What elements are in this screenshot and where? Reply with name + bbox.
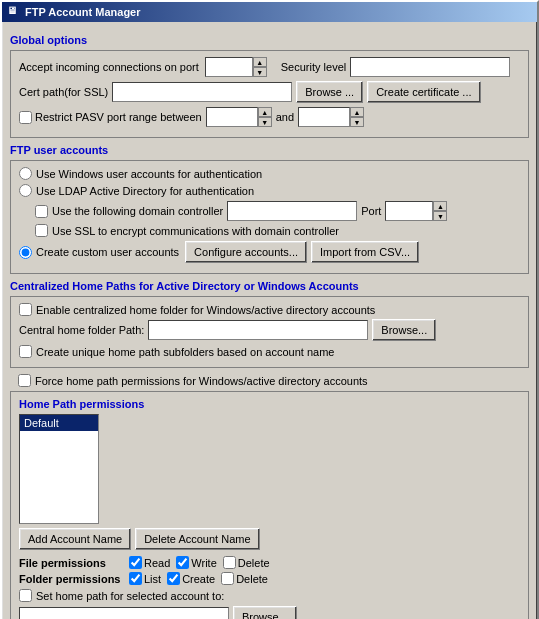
file-perms-area: File permissions Read Write [19, 556, 297, 619]
pasv-from-spinner[interactable]: 10000 ▲ ▼ [206, 107, 272, 127]
pasv-to-spinner-buttons: ▲ ▼ [350, 107, 364, 127]
radio1-row: Use Windows user accounts for authentica… [19, 167, 520, 180]
file-perm-label: File permissions [19, 557, 129, 569]
pasv-from-input[interactable]: 10000 [206, 107, 258, 127]
radio-windows[interactable] [19, 167, 32, 180]
set-home-row: Set home path for selected account to: [19, 589, 297, 602]
set-home-label: Set home path for selected account to: [36, 590, 224, 602]
folder-list-item: List [129, 572, 161, 585]
account-list-area: Default Add Account Name Delete Account … [19, 414, 297, 619]
ldap-check1-label: Use the following domain controller [52, 205, 223, 217]
create-cert-button[interactable]: Create certificate ... [367, 81, 480, 103]
pasv-checkbox[interactable] [19, 111, 32, 124]
pasv-to-spinner[interactable]: 32000 ▲ ▼ [298, 107, 364, 127]
home-paths-section: Enable centralized home folder for Windo… [10, 296, 529, 368]
home-path-label: Central home folder Path: [19, 324, 144, 336]
global-section: Accept incoming connections on port 21 ▲… [10, 50, 529, 138]
pasv-from-spin-up[interactable]: ▲ [258, 107, 272, 117]
folder-perm-row: Folder permissions List Create [19, 572, 297, 585]
home-path-input[interactable] [148, 320, 368, 340]
ldap-port-spin-up[interactable]: ▲ [433, 201, 447, 211]
perm-section-title: Home Path permissions [19, 398, 520, 410]
folder-delete-item: Delete [221, 572, 268, 585]
file-delete-checkbox[interactable] [223, 556, 236, 569]
file-read-item: Read [129, 556, 170, 569]
port-row: Accept incoming connections on port 21 ▲… [19, 57, 520, 77]
configure-accounts-button[interactable]: Configure accounts... [185, 241, 307, 263]
folder-delete-label: Delete [236, 573, 268, 585]
main-window: 🖥 FTP Account Manager Global options Acc… [0, 0, 539, 619]
home-check1-row: Enable centralized home folder for Windo… [19, 303, 520, 316]
window-title: FTP Account Manager [25, 6, 141, 18]
configure-buttons-row: Configure accounts... Import from CSV... [185, 241, 419, 263]
home-subfolders-checkbox[interactable] [19, 345, 32, 358]
ldap-port-label: Port [361, 205, 381, 217]
force-perms-checkbox[interactable] [18, 374, 31, 387]
file-read-label: Read [144, 557, 170, 569]
ldap-check2-row: Use SSL to encrypt communications with d… [35, 224, 520, 237]
perm-layout: Default Add Account Name Delete Account … [19, 414, 520, 619]
pasv-from-spinner-buttons: ▲ ▼ [258, 107, 272, 127]
set-home-path-row: Browse... [19, 606, 297, 619]
folder-delete-checkbox[interactable] [221, 572, 234, 585]
home-path-row: Central home folder Path: Browse... [19, 319, 520, 341]
folder-perm-label: Folder permissions [19, 573, 129, 585]
account-item-default[interactable]: Default [20, 415, 98, 431]
folder-create-checkbox[interactable] [167, 572, 180, 585]
file-write-checkbox[interactable] [176, 556, 189, 569]
ldap-port-spinner[interactable]: 389 ▲ ▼ [385, 201, 447, 221]
pasv-to-input[interactable]: 32000 [298, 107, 350, 127]
file-read-checkbox[interactable] [129, 556, 142, 569]
file-delete-item: Delete [223, 556, 270, 569]
home-check2-label: Create unique home path subfolders based… [36, 346, 334, 358]
import-csv-button[interactable]: Import from CSV... [311, 241, 419, 263]
pasv-from-spin-down[interactable]: ▼ [258, 117, 272, 127]
window-icon: 🖥 [7, 5, 21, 19]
ldap-port-spin-down[interactable]: ▼ [433, 211, 447, 221]
ftp-users-section: Use Windows user accounts for authentica… [10, 160, 529, 274]
radio2-label: Use LDAP Active Directory for authentica… [36, 185, 254, 197]
and-label: and [276, 111, 294, 123]
set-home-browse-button[interactable]: Browse... [233, 606, 297, 619]
port-spin-up[interactable]: ▲ [253, 57, 267, 67]
port-input[interactable]: 21 [205, 57, 253, 77]
folder-list-checkbox[interactable] [129, 572, 142, 585]
home-check2-row: Create unique home path subfolders based… [19, 345, 520, 358]
force-perms-row: Force home path permissions for Windows/… [10, 374, 529, 387]
force-perms-label: Force home path permissions for Windows/… [35, 375, 368, 387]
cert-label: Cert path(for SSL) [19, 86, 108, 98]
account-buttons-row: Add Account Name Delete Account Name [19, 528, 297, 550]
pasv-to-spin-up[interactable]: ▲ [350, 107, 364, 117]
set-home-checkbox[interactable] [19, 589, 32, 602]
radio-ldap[interactable] [19, 184, 32, 197]
pasv-to-spin-down[interactable]: ▼ [350, 117, 364, 127]
security-input[interactable]: Regular FTP and FTPS [350, 57, 510, 77]
home-browse-button[interactable]: Browse... [372, 319, 436, 341]
ldap-domain-checkbox[interactable] [35, 205, 48, 218]
radio3-label: Create custom user accounts [36, 246, 179, 258]
folder-list-label: List [144, 573, 161, 585]
port-spinner[interactable]: 21 ▲ ▼ [205, 57, 267, 77]
folder-create-item: Create [167, 572, 215, 585]
ldap-port-spinner-buttons: ▲ ▼ [433, 201, 447, 221]
cert-path-input[interactable]: C:\Documents and Settings\All Users\A [112, 82, 292, 102]
cert-browse-button[interactable]: Browse ... [296, 81, 363, 103]
ldap-ssl-checkbox[interactable] [35, 224, 48, 237]
port-spinner-buttons: ▲ ▼ [253, 57, 267, 77]
port-label: Accept incoming connections on port [19, 61, 199, 73]
home-enable-checkbox[interactable] [19, 303, 32, 316]
ldap-domain-input[interactable] [227, 201, 357, 221]
title-bar: 🖥 FTP Account Manager [2, 2, 537, 22]
pasv-label: Restrict PASV port range between [35, 111, 202, 123]
account-list: Default [19, 414, 99, 524]
ldap-check1-row: Use the following domain controller Port… [35, 201, 520, 221]
folder-create-label: Create [182, 573, 215, 585]
add-account-button[interactable]: Add Account Name [19, 528, 131, 550]
set-home-path-input[interactable] [19, 607, 229, 619]
port-spin-down[interactable]: ▼ [253, 67, 267, 77]
folder-perm-checks: List Create Delete [129, 572, 268, 585]
ldap-port-input[interactable]: 389 [385, 201, 433, 221]
delete-account-button[interactable]: Delete Account Name [135, 528, 259, 550]
radio-custom[interactable] [19, 246, 32, 259]
permissions-section: Home Path permissions Default Add Accoun… [10, 391, 529, 619]
